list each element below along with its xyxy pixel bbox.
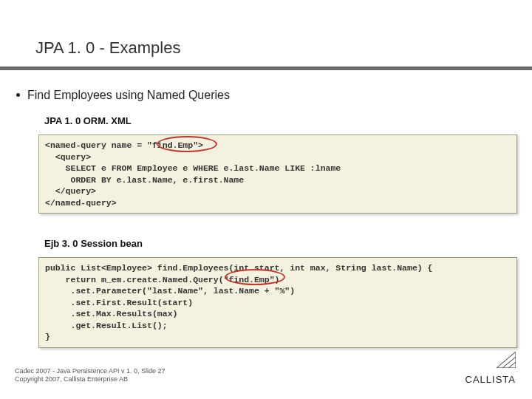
footer-line-2: Copyright 2007, Callista Enterprise AB xyxy=(15,375,166,384)
code1-heading: JPA 1. 0 ORM. XML xyxy=(44,115,132,126)
logo-triangle-icon xyxy=(497,352,516,371)
code2-heading: Ejb 3. 0 Session bean xyxy=(44,238,143,249)
bullet-dot-icon xyxy=(16,93,20,97)
company-logo: CALLISTA xyxy=(466,352,516,386)
highlight-ellipse-icon xyxy=(157,136,217,152)
bullet-text: Find Employees using Named Queries xyxy=(27,89,230,101)
code-block-orm-xml: <named-query name = "find.Emp"> <query> … xyxy=(38,134,517,214)
title-divider xyxy=(0,66,532,70)
highlight-ellipse-icon xyxy=(225,269,285,285)
svg-line-2 xyxy=(508,362,516,368)
logo-text: CALLISTA xyxy=(466,374,516,385)
footer-line-1: Cadec 2007 - Java Persistence API v 1. 0… xyxy=(15,367,166,376)
slide-title: JPA 1. 0 - Examples xyxy=(35,38,180,58)
bullet-item: Find Employees using Named Queries xyxy=(16,89,230,102)
svg-marker-0 xyxy=(497,352,516,368)
code-block-session-bean: public List<Employee> find.Employees(int… xyxy=(38,257,517,348)
slide-footer: Cadec 2007 - Java Persistence API v 1. 0… xyxy=(15,367,166,384)
svg-line-1 xyxy=(502,357,516,368)
